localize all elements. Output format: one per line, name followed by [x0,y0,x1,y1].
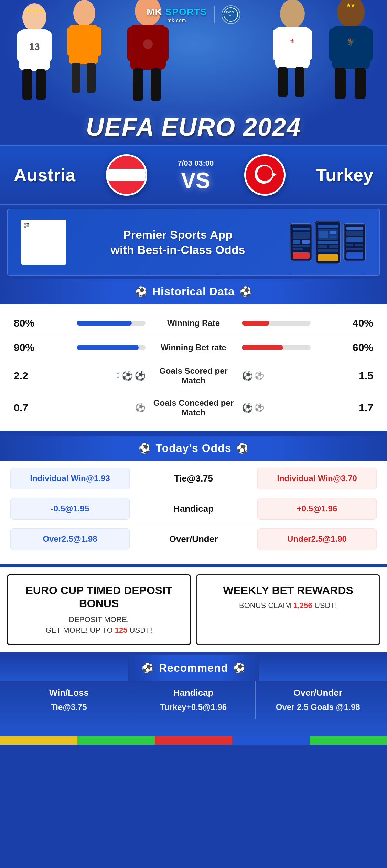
vs-text: VS [181,169,210,192]
svg-rect-33 [329,28,341,61]
odds-divider-2 [10,524,377,524]
odds-divider-1 [10,494,377,494]
svg-rect-52 [27,223,27,224]
odds-handicap-right[interactable]: +0.5@1.96 [257,498,377,520]
recommend-soccer-ball-left-icon: ⚽ [142,662,154,674]
weekly-desc-text: BONUS CLAIM [239,601,291,610]
stat-left-winning-bet: 90% [14,342,41,353]
svg-rect-87 [293,245,310,247]
svg-rect-16 [87,63,96,93]
recommend-header: ⚽ Recommend ⚽ [128,655,259,681]
svg-rect-69 [28,226,28,226]
recommend-soccer-ball-right-icon: ⚽ [233,662,245,674]
svg-rect-62 [27,225,28,226]
bar-fill-blue-2 [77,345,139,350]
svg-rect-68 [28,226,28,226]
svg-rect-66 [26,226,27,226]
svg-rect-72 [27,226,27,227]
bonus-left-title: EURO CUP TIMED DEPOSIT BONUS [15,584,183,610]
svg-rect-19 [127,27,138,61]
bonus-card-right: WEEKLY BET REWARDS BONUS CLAIM 1,256 USD… [196,574,380,645]
stat-right-goals-scored: 1.5 [346,370,373,382]
turkey-star-icon: ✦ [271,171,277,179]
bottom-strip [0,736,387,745]
bar-fill-red-1 [242,321,269,326]
svg-point-11 [73,0,95,26]
mk-text: MK [147,7,162,17]
strip-blue [232,736,310,745]
bar-track-left-1 [77,321,146,326]
weekly-currency: USDT! [314,601,337,610]
recommend-handicap-title: Handicap [137,688,250,698]
ball-red-half-icon: ⚽ [255,403,264,412]
stat-bar-right-1 [242,321,346,326]
svg-point-24 [280,0,305,28]
ball-red-icon-1: ⚽ [242,371,253,381]
odds-over-under-left[interactable]: Over2.5@1.98 [10,528,130,550]
stat-right-goals-conceded: 1.7 [346,402,373,414]
svg-rect-53 [26,225,26,225]
stat-right-winning-bet: 60% [346,342,373,353]
odds-handicap-label: Handicap [134,498,253,520]
euro-title: UEFA EURO 2024 [86,113,301,141]
recommend-col-winloss: Win/Loss Tie@3.75 [7,681,131,719]
crescent-inner [257,166,272,181]
logo-area: MK SPORTS mk.com EMPOLI F.C. [147,5,240,24]
bonus-section: EURO CUP TIMED DEPOSIT BONUS DEPOSIT MOR… [0,567,387,652]
odds-individual-win-right[interactable]: Individual Win@3.70 [257,468,377,489]
svg-point-3 [22,3,46,31]
austria-stripe-white [108,169,146,182]
turkey-flag-circle: ✦ [244,154,286,196]
svg-rect-86 [302,240,310,244]
turkey-crescent: ✦ [255,165,275,185]
stat-row-goals-scored: 2.2 ☽ ⚽ ⚽ Goals Scored per Match ⚽ ⚽ 1.5 [14,360,373,392]
svg-rect-61 [27,225,27,226]
weekly-title: WEEKLY BET REWARDS [204,584,372,597]
player-left: 13 ⭐⭐⭐⭐ [10,0,58,103]
ball-half-red-icon: ⚽ [255,371,264,380]
svg-rect-57 [27,225,28,225]
austria-stripe-red [108,156,146,169]
odds-over-under-right[interactable]: Under2.5@1.90 [257,528,377,550]
odds-soccer-ball-right-icon: ⚽ [236,443,248,454]
svg-rect-76 [29,226,29,227]
svg-rect-98 [329,245,338,248]
svg-rect-84 [293,232,310,239]
svg-rect-70 [29,226,29,226]
svg-rect-105 [346,244,353,246]
svg-rect-48 [26,223,26,223]
mk-sub: mk.com [147,18,207,23]
ball-outline-icon: ⚽ [135,403,146,413]
svg-rect-34 [361,28,373,61]
bonus-desc-1: DEPOSIT MORE, [69,615,129,624]
recommend-winloss-value: Tie@3.75 [12,702,126,712]
historical-header: ⚽ Historical Data ⚽ [0,279,387,304]
recommend-handicap-value: Turkey+0.5@1.96 [137,702,250,712]
odds-tie[interactable]: Tie@3.75 [134,468,253,489]
svg-rect-95 [330,236,336,238]
soccer-ball-left-icon: ⚽ [135,286,147,297]
stat-left-goals-conceded: 0.7 [14,402,41,414]
strip-green-2 [310,736,387,745]
svg-rect-83 [293,228,310,230]
svg-rect-22 [151,68,161,101]
odds-handicap-left[interactable]: -0.5@1.95 [10,498,130,520]
header-banner: MK SPORTS mk.com EMPOLI F.C. 13 ⭐⭐⭐⭐ [0,0,387,145]
stat-bar-right-2 [242,345,346,350]
svg-rect-28 [278,67,288,97]
bonus-currency: USDT! [130,626,152,634]
svg-rect-54 [27,225,27,225]
svg-rect-47 [25,226,25,227]
bar-fill-blue-1 [77,321,132,326]
svg-rect-26 [273,29,283,61]
recommend-col-overunder: Over/Under Over 2.5 Goals @1.98 [256,681,380,719]
svg-rect-85 [293,240,300,244]
svg-rect-36 [355,68,366,99]
app-promo: Premier Sports App with Best-in-Class Od… [7,209,380,276]
svg-rect-107 [346,248,363,250]
austria-flag-circle [106,154,147,196]
recommend-col-handicap: Handicap Turkey+0.5@1.96 [131,681,256,719]
recommend-overunder-value: Over 2.5 Goals @1.98 [261,702,375,712]
odds-individual-win-left[interactable]: Individual Win@1.93 [10,468,130,489]
svg-rect-80 [28,227,28,227]
